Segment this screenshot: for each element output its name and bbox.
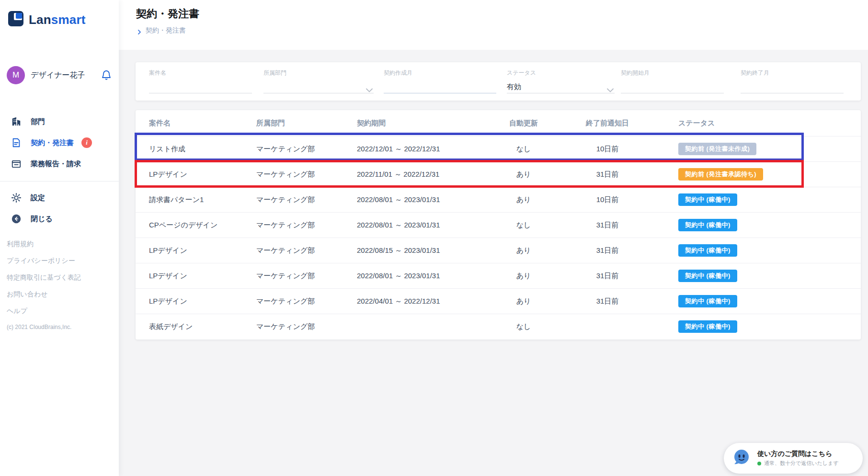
sidebar-divider [0, 181, 119, 181]
link-privacy-policy[interactable]: プライバシーポリシー [7, 257, 119, 265]
user-row: M デザイナー花子 [7, 66, 112, 84]
filter-contract-created-month: 契約作成月 [384, 69, 496, 93]
status-badge: 契約中 (稼働中) [678, 320, 737, 333]
table-row[interactable]: LPデザイン マーケティング部 2022/08/15 ～ 2023/01/31 … [136, 238, 861, 263]
status-badge: 契約前 (発注書未作成) [678, 143, 756, 155]
cell-status: 契約前 (発注書承認待ち) [662, 168, 847, 181]
cell-project-name: LPデザイン [149, 170, 256, 179]
copyright: (c) 2021 CloudBrains,Inc. [0, 324, 119, 330]
sidebar-item-departments[interactable]: 部門 [0, 111, 119, 132]
cell-notice: 31日前 [552, 221, 662, 230]
chevron-right-icon [137, 28, 142, 33]
status-select[interactable]: 有効 [507, 81, 615, 93]
cell-period: 2022/12/01 ～ 2022/12/31 [357, 145, 495, 154]
col-header-notice: 終了前通知日 [552, 119, 662, 128]
chat-texts: 使い方のご質問はこちら 通常、数十分で返信いたします [757, 450, 839, 467]
link-contact[interactable]: お問い合わせ [7, 290, 119, 299]
contract-created-month-input[interactable] [384, 81, 496, 93]
cell-status: 契約中 (稼働中) [662, 295, 847, 307]
user-name: デザイナー花子 [31, 70, 101, 80]
breadcrumb[interactable]: 契約・発注書 [137, 26, 186, 35]
cell-period: 2022/11/01 ～ 2022/12/31 [357, 170, 495, 179]
filter-label: 契約終了月 [741, 69, 844, 77]
filter-label: 案件名 [149, 69, 252, 77]
filter-status: ステータス 有効 [507, 69, 615, 93]
chat-bot-face-icon [731, 447, 752, 469]
table-row[interactable]: LPデザイン マーケティング部 2022/04/01 ～ 2022/12/31 … [136, 288, 861, 314]
table-row[interactable]: 請求書パターン1 マーケティング部 2022/08/01 ～ 2023/01/3… [136, 187, 861, 212]
cell-period: 2022/08/01 ～ 2023/01/31 [357, 272, 495, 281]
cell-department: マーケティング部 [256, 322, 357, 331]
table-row[interactable]: リスト作成 マーケティング部 2022/12/01 ～ 2022/12/31 な… [136, 136, 861, 161]
gear-icon [11, 192, 22, 204]
col-header-auto-renew: 自動更新 [495, 119, 552, 128]
chat-subtitle: 通常、数十分で返信いたします [757, 460, 839, 467]
main-content: 契約・発注書 契約・発注書 案件名 所属部門 契約作成月 ステータス [119, 0, 868, 476]
sidebar-item-collapse[interactable]: 閉じる [0, 208, 119, 229]
cell-auto-renew: あり [495, 297, 552, 306]
breadcrumb-label: 契約・発注書 [146, 26, 186, 35]
cell-project-name: LPデザイン [149, 297, 256, 306]
cell-auto-renew: なし [495, 322, 552, 331]
project-name-input[interactable] [149, 81, 252, 93]
cell-auto-renew: なし [495, 145, 552, 154]
department-select[interactable] [263, 81, 374, 93]
cell-status: 契約中 (稼働中) [662, 270, 847, 282]
link-terms[interactable]: 利用規約 [7, 240, 119, 249]
chat-widget[interactable]: 使い方のご質問はこちら 通常、数十分で返信いたします [724, 443, 863, 474]
info-badge: i [81, 137, 92, 148]
contract-start-month-input[interactable] [621, 81, 724, 93]
sidebar-item-contracts[interactable]: 契約・発注書 i [0, 132, 119, 153]
filter-label: 契約作成月 [384, 69, 496, 77]
cell-status: 契約中 (稼働中) [662, 320, 847, 333]
link-commercial-law[interactable]: 特定商取引に基づく表記 [7, 273, 119, 282]
cell-department: マーケティング部 [256, 195, 357, 204]
col-header-department: 所属部門 [256, 119, 357, 128]
cell-auto-renew: なし [495, 221, 552, 230]
cell-project-name: リスト作成 [149, 145, 256, 154]
cell-status: 契約中 (稼働中) [662, 244, 847, 257]
filter-label: ステータス [507, 69, 615, 77]
cell-department: マーケティング部 [256, 246, 357, 255]
logo-mark-icon [8, 11, 24, 29]
filter-label: 契約開始月 [621, 69, 724, 77]
avatar[interactable]: M [7, 66, 25, 84]
col-header-project: 案件名 [149, 119, 256, 128]
building-icon [11, 116, 22, 127]
cell-notice: 31日前 [552, 170, 662, 179]
sidebar-item-label: 業務報告・請求 [31, 159, 81, 169]
table-header-row: 案件名 所属部門 契約期間 自動更新 終了前通知日 ステータス [136, 110, 861, 136]
filter-department: 所属部門 [263, 69, 374, 93]
page-title: 契約・発注書 [136, 7, 199, 21]
cell-auto-renew: あり [495, 272, 552, 281]
filter-project-name: 案件名 [149, 69, 252, 93]
chevron-down-icon [366, 86, 373, 90]
cell-notice: 31日前 [552, 246, 662, 255]
link-help[interactable]: ヘルプ [7, 307, 119, 316]
cell-notice: 10日前 [552, 195, 662, 204]
cell-notice: 31日前 [552, 272, 662, 281]
table-row[interactable]: 表紙デザイン マーケティング部 なし 契約中 (稼働中) [136, 314, 861, 339]
col-header-status: ステータス [662, 119, 847, 128]
table-row[interactable]: LPデザイン マーケティング部 2022/08/01 ～ 2023/01/31 … [136, 263, 861, 288]
document-icon [11, 137, 22, 148]
cell-status: 契約中 (稼働中) [662, 193, 847, 206]
contract-end-month-input[interactable] [741, 81, 844, 93]
app-logo[interactable]: Lansmart [0, 0, 119, 29]
cell-project-name: LPデザイン [149, 246, 256, 255]
status-badge: 契約中 (稼働中) [678, 193, 737, 206]
sidebar-item-reports[interactable]: 業務報告・請求 [0, 153, 119, 174]
sidebar-item-label: 契約・発注書 [31, 138, 74, 147]
cell-department: マーケティング部 [256, 170, 357, 179]
sidebar-item-label: 部門 [31, 117, 45, 126]
cell-notice: 31日前 [552, 297, 662, 306]
table-row[interactable]: CPページのデザイン マーケティング部 2022/08/01 ～ 2023/01… [136, 212, 861, 238]
cell-project-name: 請求書パターン1 [149, 195, 256, 204]
cell-status: 契約中 (稼働中) [662, 219, 847, 231]
contracts-table: 案件名 所属部門 契約期間 自動更新 終了前通知日 ステータス リスト作成 マー… [136, 110, 861, 340]
filter-contract-end-month: 契約終了月 [741, 69, 844, 93]
table-row[interactable]: LPデザイン マーケティング部 2022/11/01 ～ 2022/12/31 … [136, 161, 861, 187]
status-badge: 契約前 (発注書承認待ち) [678, 168, 763, 181]
sidebar-item-settings[interactable]: 設定 [0, 187, 119, 208]
notification-bell-icon[interactable] [101, 69, 112, 81]
